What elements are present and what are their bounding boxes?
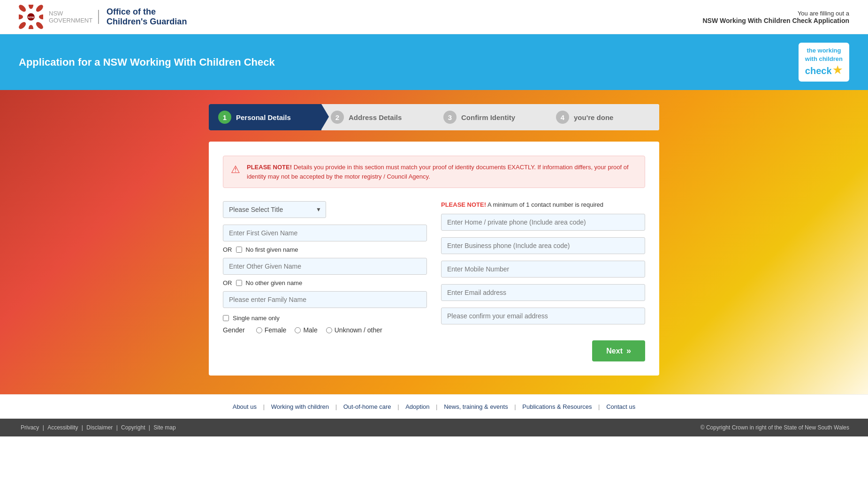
first-given-name-input[interactable]: [223, 225, 427, 241]
blue-banner: Application for a NSW Working With Child…: [0, 34, 868, 90]
main-background: 1 Personal Details 2 Address Details 3 C…: [0, 90, 868, 394]
gender-unknown-option[interactable]: Unknown / other: [326, 326, 382, 334]
gender-male-label: Male: [303, 326, 317, 334]
org-line2: Children's Guardian: [107, 17, 187, 26]
footer-nav: About us | Working with children | Out-o…: [0, 394, 868, 419]
title-select[interactable]: Please Select Title Mr Mrs Ms Miss Dr Pr…: [223, 201, 326, 218]
contact-note: PLEASE NOTE! A minimum of 1 contact numb…: [441, 201, 645, 208]
bottom-links: Privacy | Accessibility | Disclaimer | C…: [19, 424, 178, 431]
other-given-name-group: [223, 258, 427, 275]
wwc-star-icon: ★: [833, 63, 842, 78]
footer-link-contact-us[interactable]: Contact us: [606, 403, 635, 410]
form-main-row: Please Select Title Mr Mrs Ms Miss Dr Pr…: [223, 201, 645, 361]
contact-note-text: A minimum of 1 contact number is require…: [486, 201, 603, 208]
copyright-text: © Copyright Crown in right of the State …: [700, 424, 849, 431]
alert-strong: PLEASE NOTE!: [247, 164, 292, 171]
next-button[interactable]: Next »: [592, 340, 645, 361]
next-chevrons-icon: »: [626, 346, 631, 356]
contact-note-strong: PLEASE NOTE!: [441, 201, 486, 208]
step-4-done[interactable]: 4 you're done: [547, 104, 659, 130]
footer-link-adoption[interactable]: Adoption: [405, 403, 429, 410]
no-other-given-name-checkbox[interactable]: [236, 280, 242, 286]
app-name: NSW Working With Children Check Applicat…: [702, 17, 849, 24]
form-right-column: PLEASE NOTE! A minimum of 1 contact numb…: [441, 201, 645, 361]
bottom-link-sitemap[interactable]: Site map: [153, 424, 175, 431]
svg-point-5: [19, 21, 27, 29]
gender-unknown-radio[interactable]: [326, 327, 332, 333]
step-4-label: you're done: [574, 113, 613, 121]
home-phone-input[interactable]: [441, 214, 645, 231]
no-first-given-name-label: No first given name: [246, 246, 298, 253]
logo-area: NSW NSWGOVERNMENT Office of the Children…: [19, 5, 187, 29]
email-group: [441, 284, 645, 301]
bottom-link-privacy[interactable]: Privacy: [21, 424, 39, 431]
no-other-given-name-row: OR No other given name: [223, 279, 427, 286]
top-header: NSW NSWGOVERNMENT Office of the Children…: [0, 0, 868, 34]
org-line1: Office of the: [107, 7, 156, 16]
or-label-1: OR: [223, 246, 232, 253]
first-given-name-group: [223, 225, 427, 241]
or-label-2: OR: [223, 279, 232, 286]
gender-male-option[interactable]: Male: [295, 326, 317, 334]
form-left-column: Please Select Title Mr Mrs Ms Miss Dr Pr…: [223, 201, 427, 361]
mobile-input[interactable]: [441, 261, 645, 278]
family-name-group: [223, 291, 427, 308]
title-group: Please Select Title Mr Mrs Ms Miss Dr Pr…: [223, 201, 427, 218]
step-2-address-details[interactable]: 2 Address Details: [321, 104, 434, 130]
gender-female-label: Female: [265, 326, 287, 334]
title-select-wrapper: Please Select Title Mr Mrs Ms Miss Dr Pr…: [223, 201, 326, 218]
step-3-confirm-identity[interactable]: 3 Confirm Identity: [434, 104, 547, 130]
no-first-given-name-row: OR No first given name: [223, 246, 427, 253]
svg-point-2: [39, 15, 43, 19]
home-phone-group: [441, 214, 645, 231]
alert-text: PLEASE NOTE! Details you provide in this…: [247, 163, 637, 181]
nsw-logo: NSW: [19, 5, 43, 29]
wwc-badge: the working with children check ★: [799, 43, 849, 82]
footer-link-publications[interactable]: Publications & Resources: [522, 403, 592, 410]
svg-point-6: [19, 15, 23, 19]
header-right: You are filling out a NSW Working With C…: [702, 10, 849, 24]
footer-link-about-us[interactable]: About us: [233, 403, 257, 410]
bottom-link-accessibility[interactable]: Accessibility: [47, 424, 78, 431]
other-given-name-input[interactable]: [223, 258, 427, 275]
email-input[interactable]: [441, 284, 645, 301]
gender-label: Gender: [223, 326, 245, 334]
gender-female-radio[interactable]: [256, 327, 262, 333]
alert-box: ⚠ PLEASE NOTE! Details you provide in th…: [223, 156, 645, 188]
footer-link-working-with-children[interactable]: Working with children: [271, 403, 329, 410]
confirm-email-input[interactable]: [441, 308, 645, 324]
filling-out-text: You are filling out a: [798, 10, 849, 17]
footer-link-out-of-home-care[interactable]: Out-of-home care: [343, 403, 391, 410]
svg-text:NSW: NSW: [28, 16, 34, 19]
step-progress: 1 Personal Details 2 Address Details 3 C…: [209, 104, 659, 130]
family-name-input[interactable]: [223, 291, 427, 308]
gender-unknown-label: Unknown / other: [335, 326, 382, 334]
bottom-link-copyright[interactable]: Copyright: [121, 424, 145, 431]
business-phone-input[interactable]: [441, 237, 645, 254]
gender-female-option[interactable]: Female: [256, 326, 287, 334]
next-button-label: Next: [606, 347, 623, 355]
step-2-label: Address Details: [349, 113, 402, 121]
business-phone-group: [441, 237, 645, 254]
svg-point-1: [35, 5, 43, 13]
single-name-only-checkbox[interactable]: [223, 315, 229, 321]
gender-male-radio[interactable]: [295, 327, 301, 333]
confirm-email-group: [441, 308, 645, 324]
footer-link-news-training[interactable]: News, training & events: [444, 403, 508, 410]
step-3-number: 3: [443, 111, 457, 124]
bottom-link-disclaimer[interactable]: Disclaimer: [86, 424, 113, 431]
bottom-bar: Privacy | Accessibility | Disclaimer | C…: [0, 419, 868, 436]
step-4-number: 4: [556, 111, 569, 124]
svg-point-7: [19, 5, 27, 13]
step-1-personal-details[interactable]: 1 Personal Details: [209, 104, 321, 130]
single-name-only-label: Single name only: [233, 315, 280, 322]
no-first-given-name-checkbox[interactable]: [236, 247, 242, 253]
wwc-line1: the working: [805, 46, 843, 55]
gender-row: Gender Female Male Unknown / other: [223, 326, 427, 334]
org-name: NSWGOVERNMENT Office of the Children's G…: [49, 7, 187, 27]
form-container: ⚠ PLEASE NOTE! Details you provide in th…: [209, 142, 659, 376]
step-1-number: 1: [218, 111, 231, 124]
wwc-line3: check: [805, 64, 832, 77]
svg-point-3: [35, 21, 43, 29]
svg-point-4: [29, 25, 33, 29]
